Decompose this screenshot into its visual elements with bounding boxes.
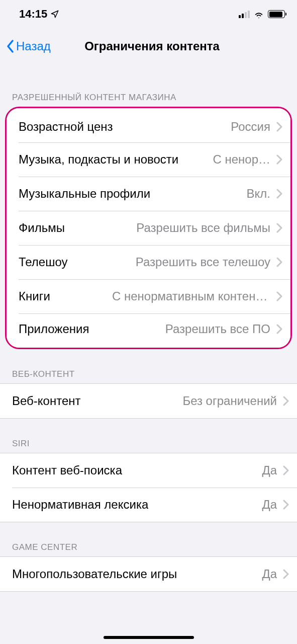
cellular-icon <box>239 10 250 18</box>
chevron-right-icon <box>283 396 289 406</box>
list-group-store: Возрастной ценз Россия Музыка, подкасты … <box>7 108 290 348</box>
row-value: Да <box>262 498 277 512</box>
row-web-search-content[interactable]: Контент веб-поиска Да <box>0 453 297 488</box>
row-label: Возрастной ценз <box>19 120 113 134</box>
wifi-icon <box>253 10 264 18</box>
back-label: Назад <box>16 39 51 53</box>
chevron-right-icon <box>276 122 282 132</box>
section-header-web: ВЕБ-КОНТЕНТ <box>0 349 297 383</box>
section-header-siri: SIRI <box>0 419 297 453</box>
row-label: Многопользовательские игры <box>12 567 177 581</box>
row-music-profiles[interactable]: Музыкальные профили Вкл. <box>7 177 290 211</box>
chevron-right-icon <box>283 465 289 475</box>
row-web-content[interactable]: Веб-контент Без ограничений <box>0 384 297 418</box>
row-label: Приложения <box>19 322 89 336</box>
row-label: Веб-контент <box>12 394 81 408</box>
row-label: Фильмы <box>19 221 65 235</box>
status-bar-left: 14:15 <box>19 8 59 21</box>
row-value: С ненор… <box>213 152 270 167</box>
row-multiplayer-games[interactable]: Многопользовательские игры Да <box>0 557 297 591</box>
row-label: Контент веб-поиска <box>12 463 122 477</box>
chevron-right-icon <box>276 291 282 301</box>
row-value: Да <box>262 567 277 581</box>
chevron-right-icon <box>276 189 282 199</box>
list-group-web: Веб-контент Без ограничений <box>0 383 297 419</box>
row-value: Разрешить все ПО <box>165 322 270 336</box>
row-movies[interactable]: Фильмы Разрешить все фильмы <box>7 211 290 245</box>
chevron-right-icon <box>276 324 282 334</box>
chevron-right-icon <box>283 500 289 510</box>
row-age-rating[interactable]: Возрастной ценз Россия <box>7 108 290 142</box>
store-highlight-box: Возрастной ценз Россия Музыка, подкасты … <box>5 107 292 349</box>
status-time: 14:15 <box>19 8 47 21</box>
row-value: Разрешить все фильмы <box>136 221 270 235</box>
section-header-gamecenter: GAME CENTER <box>0 522 297 556</box>
row-label: Ненормативная лексика <box>12 498 148 512</box>
status-bar-right <box>239 10 285 18</box>
battery-icon <box>268 10 285 18</box>
location-icon <box>50 10 59 19</box>
back-button[interactable]: Назад <box>6 39 51 53</box>
list-group-gamecenter: Многопользовательские игры Да <box>0 556 297 592</box>
chevron-right-icon <box>276 257 282 267</box>
row-label: Телешоу <box>19 255 68 269</box>
home-indicator[interactable] <box>104 636 194 639</box>
row-value: Без ограничений <box>182 394 277 408</box>
row-books[interactable]: Книги С ненормативным контентом <box>7 279 290 313</box>
row-value: С ненормативным контентом <box>112 289 270 303</box>
status-bar: 14:15 <box>0 0 297 28</box>
chevron-right-icon <box>276 154 282 165</box>
list-group-siri: Контент веб-поиска Да Ненормативная лекс… <box>0 453 297 522</box>
nav-bar: Назад Ограничения контента <box>0 28 297 64</box>
chevron-right-icon <box>276 223 282 233</box>
row-label: Музыкальные профили <box>19 187 150 201</box>
row-value: Разрешить все телешоу <box>136 255 270 269</box>
row-label: Музыка, подкасты и новости <box>19 152 178 167</box>
section-header-store: РАЗРЕШЕННЫЙ КОНТЕНТ МАГАЗИНА <box>0 64 297 107</box>
row-label: Книги <box>19 289 50 303</box>
chevron-left-icon <box>6 39 15 53</box>
row-tvshows[interactable]: Телешоу Разрешить все телешоу <box>7 245 290 279</box>
page-title: Ограничения контента <box>77 39 220 53</box>
row-explicit-language[interactable]: Ненормативная лексика Да <box>0 488 297 522</box>
row-music-podcasts-news[interactable]: Музыка, подкасты и новости С ненор… <box>7 142 290 177</box>
chevron-right-icon <box>283 569 289 579</box>
row-apps[interactable]: Приложения Разрешить все ПО <box>7 313 290 348</box>
row-value: Вкл. <box>247 187 270 201</box>
row-value: Россия <box>231 120 270 134</box>
row-value: Да <box>262 463 277 477</box>
